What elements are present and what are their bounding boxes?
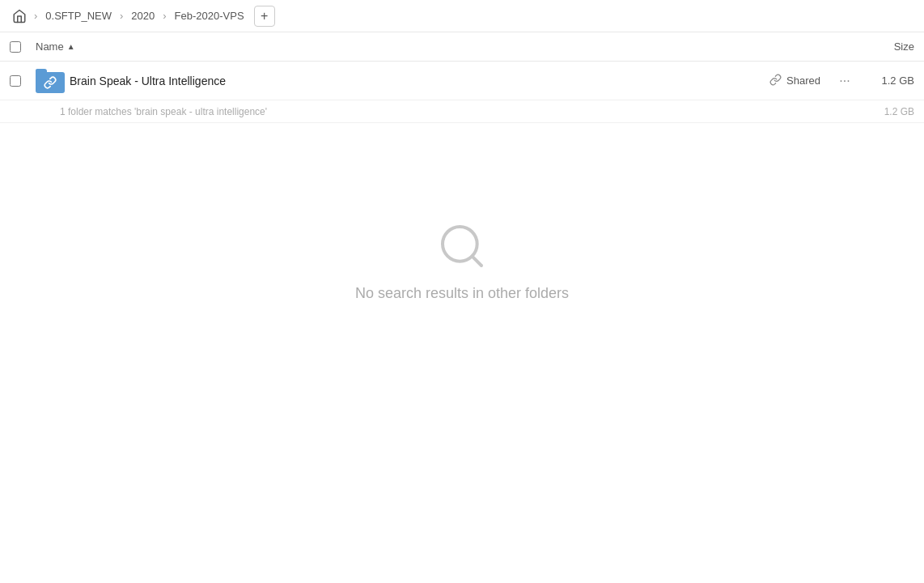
select-all-checkbox-area[interactable] — [10, 41, 36, 53]
match-count-row: 1 folder matches 'brain speak - ultra in… — [0, 100, 924, 123]
breadcrumb-bar: › 0.SFTP_NEW › 2020 › Feb-2020-VPS + — [0, 0, 924, 32]
match-count-text: 1 folder matches 'brain speak - ultra in… — [60, 106, 866, 117]
folder-icon — [36, 68, 61, 94]
shared-label: Shared — [786, 74, 820, 87]
size-column-header: Size — [850, 40, 914, 53]
breadcrumb-item-feb[interactable]: Feb-2020-VPS — [172, 8, 248, 23]
shared-area: Shared — [769, 74, 820, 88]
file-name: Brain Speak - Ultra Intelligence — [70, 74, 769, 87]
match-count-size: 1.2 GB — [866, 106, 914, 117]
breadcrumb-item-2020[interactable]: 2020 — [128, 8, 158, 23]
file-size: 1.2 GB — [866, 74, 914, 87]
file-checkbox-area[interactable] — [10, 75, 36, 87]
select-all-checkbox[interactable] — [10, 41, 21, 53]
empty-search-icon — [436, 220, 488, 272]
svg-line-1 — [472, 256, 481, 266]
file-row[interactable]: Brain Speak - Ultra Intelligence Shared … — [0, 62, 924, 100]
sort-arrow-icon: ▲ — [67, 42, 75, 51]
home-button[interactable] — [10, 6, 29, 26]
empty-state-message: No search results in other folders — [355, 285, 569, 302]
breadcrumb-separator-3: › — [163, 10, 166, 22]
breadcrumb-item-sftp[interactable]: 0.SFTP_NEW — [42, 8, 115, 23]
breadcrumb-separator-1: › — [34, 10, 37, 22]
breadcrumb-separator-2: › — [120, 10, 123, 22]
breadcrumb-add-button[interactable]: + — [254, 6, 275, 27]
shared-link-icon — [769, 74, 782, 88]
file-checkbox[interactable] — [10, 75, 21, 87]
more-options-button[interactable]: ··· — [833, 70, 856, 92]
name-column-header[interactable]: Name ▲ — [36, 40, 850, 53]
empty-state: No search results in other folders — [0, 123, 924, 302]
column-headers: Name ▲ Size — [0, 32, 924, 62]
